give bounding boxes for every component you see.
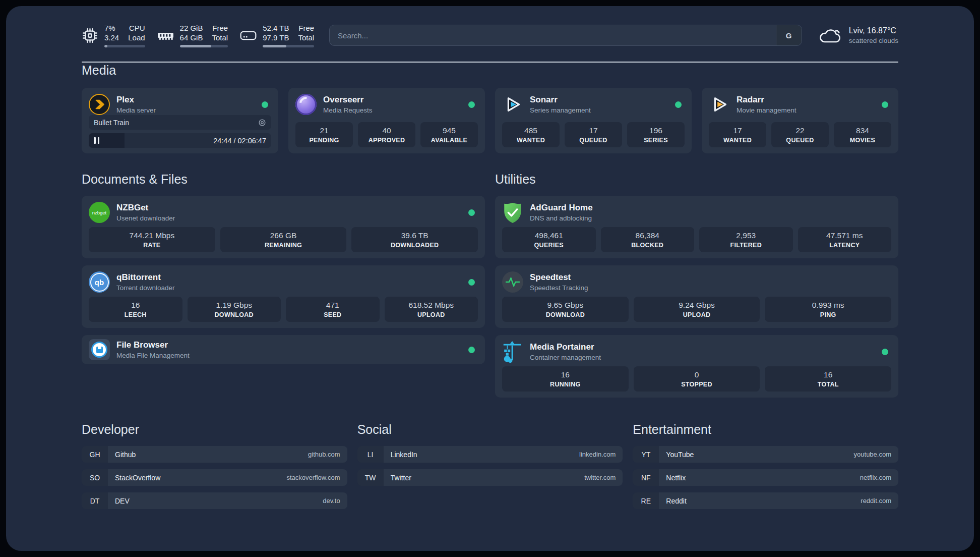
app-title: Media Portainer: [530, 342, 875, 352]
playback-time: 24:44 / 02:06:47: [213, 137, 266, 145]
app-card-sonarr[interactable]: Sonarr Series management 485WANTED 17QUE…: [495, 88, 692, 153]
bookmark-url: reddit.com: [861, 497, 891, 505]
status-dot: [468, 101, 475, 108]
app-card-speedtest[interactable]: Speedtest Speedtest Tracking 9.65 GbpsDO…: [495, 265, 898, 328]
bookmark-netflix[interactable]: NF Netflixnetflix.com: [633, 469, 898, 486]
section-title-developer: Developer: [82, 422, 347, 437]
topbar: 7% 3.24 CPU Load: [82, 22, 898, 48]
stat-remaining: 266 GBREMAINING: [220, 227, 347, 252]
documents-column: Documents & Files nzbget NZBGet Usenet d…: [82, 172, 485, 398]
app-desc: Media File Management: [116, 352, 462, 359]
bookmark-linkedin[interactable]: LI LinkedInlinkedin.com: [357, 446, 623, 463]
bookmark-url: netflix.com: [860, 474, 891, 481]
disk-values: 52.4 TB 97.9 TB: [263, 23, 289, 42]
bookmark-stackoverflow[interactable]: SO StackOverflowstackoverflow.com: [82, 469, 347, 486]
speedtest-icon: [502, 271, 523, 293]
bookmark-name: Github: [115, 451, 136, 459]
bookmark-name: Twitter: [391, 474, 411, 482]
filebrowser-icon: [89, 339, 110, 360]
bookmark-abbr: DT: [82, 492, 108, 509]
bookmark-url: github.com: [308, 451, 340, 458]
overseerr-icon: [295, 94, 317, 115]
bookmark-name: StackOverflow: [115, 474, 160, 482]
bookmark-twitter[interactable]: TW Twittertwitter.com: [357, 469, 623, 486]
app-title: NZBGet: [116, 203, 462, 213]
app-title: Radarr: [737, 95, 875, 105]
bookmark-url: twitter.com: [584, 474, 616, 481]
stat-download: 1.19 GbpsDOWNLOAD: [188, 297, 281, 322]
qbittorrent-icon: qb: [89, 271, 110, 293]
search-input[interactable]: [330, 25, 776, 45]
stat-ping: 0.993 msPING: [765, 297, 891, 322]
media-card-row: Plex Media server Bullet Train: [82, 88, 898, 153]
bookmark-name: LinkedIn: [391, 451, 417, 459]
bookmark-reddit[interactable]: RE Redditreddit.com: [633, 492, 898, 509]
memory-widget: 22 GiB 64 GiB Free Total: [157, 23, 228, 47]
app-card-overseerr[interactable]: Overseerr Media Requests 21PENDING 40APP…: [288, 88, 485, 153]
topbar-divider: [82, 62, 898, 63]
bookmark-github[interactable]: GH Githubgithub.com: [82, 446, 347, 463]
app-title: Plex: [116, 95, 255, 105]
cpu-values: 7% 3.24: [104, 23, 119, 42]
plex-now-playing: Bullet Train 24:44 / 02:06:47: [89, 115, 271, 148]
app-desc: Media server: [116, 106, 255, 114]
bookmark-url: youtube.com: [854, 451, 891, 458]
app-card-adguard[interactable]: AdGuard Home DNS and adblocking 498,461Q…: [495, 196, 898, 258]
status-dot: [468, 279, 475, 286]
app-desc: DNS and adblocking: [530, 214, 891, 222]
cpu-widget: 7% 3.24 CPU Load: [82, 23, 145, 47]
stat-queued: 17QUEUED: [565, 122, 622, 147]
app-card-radarr[interactable]: Radarr Movie management 17WANTED 22QUEUE…: [702, 88, 898, 153]
stat-wanted: 485WANTED: [502, 122, 560, 147]
bookmark-url: stackoverflow.com: [286, 474, 340, 481]
bookmark-name: Netflix: [666, 474, 686, 482]
section-title-entertainment: Entertainment: [633, 422, 898, 437]
radarr-icon: [709, 94, 730, 115]
stat-blocked: 86,384BLOCKED: [601, 227, 695, 252]
app-desc: Speedtest Tracking: [530, 284, 891, 292]
bookmark-name: Reddit: [666, 497, 686, 505]
bookmark-name: YouTube: [666, 451, 694, 459]
app-title: Sonarr: [530, 95, 668, 105]
bookmark-name: DEV: [115, 497, 130, 505]
bookmark-group-developer: Developer GH Githubgithub.com SO StackOv…: [82, 422, 347, 509]
app-card-filebrowser[interactable]: File Browser Media File Management: [82, 335, 485, 364]
stat-queries: 498,461QUERIES: [502, 227, 596, 252]
status-dot: [262, 101, 268, 108]
disk-icon: [240, 27, 257, 44]
stat-upload: 618.52 MbpsUPLOAD: [385, 297, 478, 322]
stat-latency: 47.571 msLATENCY: [798, 227, 892, 252]
app-desc: Torrent downloader: [116, 284, 462, 292]
cpu-labels: CPU Load: [128, 23, 145, 42]
stat-series: 196SERIES: [627, 122, 685, 147]
app-desc: Container management: [530, 354, 875, 361]
app-card-plex[interactable]: Plex Media server Bullet Train: [82, 88, 278, 153]
pause-icon: [94, 137, 99, 144]
now-playing-title: Bullet Train: [94, 119, 258, 127]
weather-condition: scattered clouds: [849, 37, 898, 44]
app-desc: Usenet downloader: [116, 214, 462, 222]
bookmark-group-entertainment: Entertainment YT YouTubeyoutube.com NF N…: [633, 422, 898, 509]
sonarr-icon: [502, 94, 523, 115]
app-desc: Series management: [530, 106, 668, 114]
stat-download: 9.65 GbpsDOWNLOAD: [502, 297, 629, 322]
search-provider-button[interactable]: G: [776, 25, 802, 45]
stat-rate: 744.21 MbpsRATE: [89, 227, 215, 252]
bookmark-dev[interactable]: DT DEVdev.to: [82, 492, 347, 509]
app-title: Speedtest: [530, 272, 891, 283]
disk-widget: 52.4 TB 97.9 TB Free Total: [240, 23, 314, 47]
bookmark-abbr: TW: [357, 469, 384, 486]
stat-wanted: 17WANTED: [709, 122, 766, 147]
playback-progress-bar: 24:44 / 02:06:47: [89, 133, 271, 148]
app-card-portainer[interactable]: Media Portainer Container management 16R…: [495, 335, 898, 398]
resource-widgets: 7% 3.24 CPU Load: [82, 23, 314, 47]
bookmark-youtube[interactable]: YT YouTubeyoutube.com: [633, 446, 898, 463]
status-dot: [882, 101, 888, 108]
bookmark-abbr: GH: [82, 446, 108, 463]
bookmark-abbr: NF: [633, 469, 659, 486]
app-card-qbittorrent[interactable]: qb qBittorrent Torrent downloader 16LEEC…: [82, 265, 485, 328]
app-title: File Browser: [116, 340, 462, 350]
stat-running: 16RUNNING: [502, 366, 629, 392]
memory-usage-bar: [180, 45, 228, 47]
app-card-nzbget[interactable]: nzbget NZBGet Usenet downloader 744.21 M…: [82, 196, 485, 258]
